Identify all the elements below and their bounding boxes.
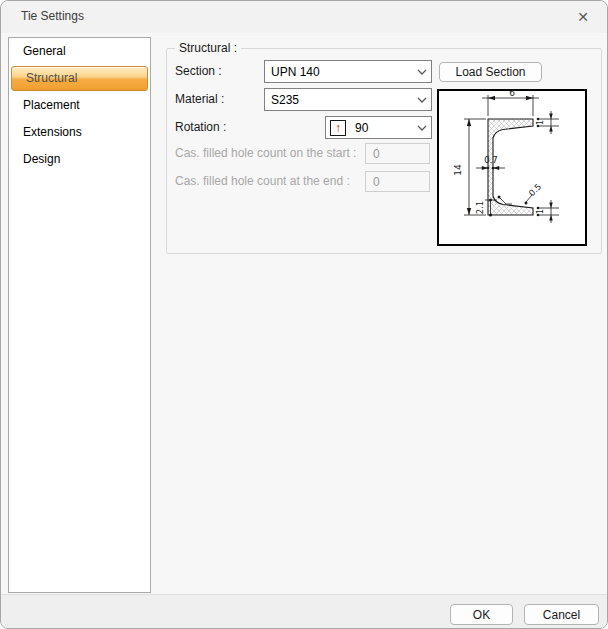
dim-height: 14 (453, 119, 486, 215)
rotation-arrow-icon: ↑ (330, 120, 346, 136)
svg-text:1: 1 (535, 209, 545, 214)
material-value: S235 (265, 93, 413, 107)
chevron-down-icon (413, 69, 431, 75)
tie-settings-dialog: Tie Settings ✕ General Structural Placem… (0, 0, 608, 629)
rotation-label: Rotation : (175, 120, 226, 134)
load-section-button[interactable]: Load Section (439, 62, 542, 82)
close-button[interactable]: ✕ (565, 1, 601, 33)
groupbox-title: Structural : (175, 41, 241, 55)
svg-text:0.7: 0.7 (484, 155, 498, 165)
section-drawing: 6 14 0.7 (439, 91, 585, 244)
svg-text:2.1: 2.1 (475, 201, 485, 215)
footer-bar: OK Cancel (1, 594, 607, 629)
holes-start-label: Cas. filled hole count on the start : (175, 146, 356, 160)
svg-text:1: 1 (535, 120, 545, 125)
holes-end-label: Cas. filled hole count at the end : (175, 174, 350, 188)
rotation-value: 90 (346, 121, 413, 135)
ok-button[interactable]: OK (450, 604, 513, 625)
title-bar: Tie Settings ✕ (1, 1, 607, 33)
section-value: UPN 140 (265, 65, 413, 79)
svg-text:6: 6 (509, 91, 515, 98)
sidebar-item-placement[interactable]: Placement (9, 92, 150, 119)
chevron-down-icon (413, 125, 431, 131)
section-combobox[interactable]: UPN 140 (264, 60, 432, 83)
category-sidebar: General Structural Placement Extensions … (8, 37, 151, 593)
holes-end-input (365, 171, 430, 192)
dim-flange-bottom: 1 (535, 200, 559, 223)
window-title: Tie Settings (21, 9, 84, 23)
holes-start-input (365, 143, 430, 164)
section-preview-box: 6 14 0.7 (437, 89, 587, 246)
rotation-combobox[interactable]: ↑ 90 (325, 116, 432, 139)
material-combobox[interactable]: S235 (264, 88, 432, 111)
dim-width: 6 (482, 91, 539, 116)
channel-profile (488, 119, 533, 215)
svg-text:0.5: 0.5 (527, 182, 544, 199)
svg-text:14: 14 (453, 164, 463, 176)
sidebar-item-design[interactable]: Design (9, 146, 150, 173)
sidebar-item-extensions[interactable]: Extensions (9, 119, 150, 146)
material-label: Material : (175, 92, 224, 106)
sidebar-item-structural[interactable]: Structural (11, 66, 148, 91)
cancel-button[interactable]: Cancel (524, 604, 599, 625)
dim-flange-top: 1 (535, 111, 559, 134)
sidebar-item-general[interactable]: General (9, 38, 150, 65)
chevron-down-icon (413, 97, 431, 103)
close-icon: ✕ (577, 9, 589, 25)
structural-groupbox: Structural : Section : UPN 140 Load Sect… (166, 48, 602, 254)
dim-radius: 0.5 (498, 182, 544, 205)
section-label: Section : (175, 64, 222, 78)
